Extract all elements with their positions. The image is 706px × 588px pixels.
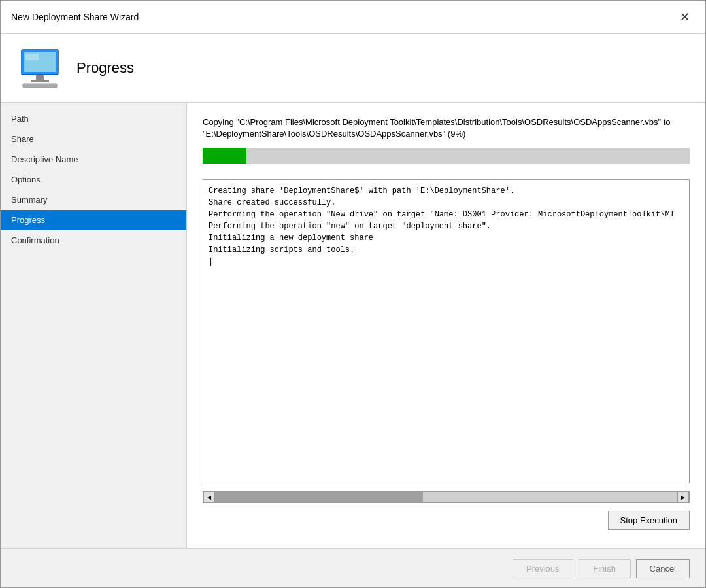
header-section: Progress: [1, 34, 705, 103]
sidebar-item-progress[interactable]: Progress: [1, 210, 186, 230]
wizard-window: New Deployment Share Wizard ✕ Progress P…: [0, 0, 706, 588]
title-bar: New Deployment Share Wizard ✕: [1, 1, 705, 34]
sidebar-item-path[interactable]: Path: [1, 109, 186, 129]
svg-rect-4: [23, 84, 57, 88]
progress-bar-container: [203, 148, 690, 164]
log-line: Performing the operation "New drive" on …: [209, 209, 684, 220]
log-line: Initializing scripts and tools.: [209, 244, 684, 256]
svg-rect-3: [31, 80, 49, 82]
scroll-left-arrow[interactable]: ◄: [203, 491, 215, 503]
close-button[interactable]: ✕: [675, 9, 695, 26]
log-line: Share created successfully.: [209, 197, 684, 209]
header-title: Progress: [76, 60, 134, 77]
previous-button[interactable]: Previous: [513, 559, 573, 578]
svg-rect-2: [36, 75, 44, 80]
sidebar-item-summary[interactable]: Summary: [1, 190, 186, 210]
computer-icon: [16, 44, 63, 92]
finish-button[interactable]: Finish: [579, 559, 631, 578]
content-area: Path Share Descriptive Name Options Summ…: [1, 103, 705, 548]
log-line: Performing the operation "new" on target…: [209, 220, 684, 232]
window-title: New Deployment Share Wizard: [11, 12, 139, 22]
log-box[interactable]: Creating share 'DeploymentShare$' with p…: [203, 179, 690, 483]
log-cursor: |: [209, 256, 684, 268]
svg-rect-5: [25, 54, 39, 60]
log-line: Creating share 'DeploymentShare$' with p…: [209, 185, 684, 197]
cancel-button[interactable]: Cancel: [636, 559, 690, 578]
scroll-right-arrow[interactable]: ►: [677, 491, 689, 503]
log-scrollbar[interactable]: ◄ ►: [203, 491, 690, 503]
status-text: Copying "C:\Program Files\Microsoft Depl…: [203, 116, 690, 140]
stop-execution-button[interactable]: Stop Execution: [608, 511, 690, 530]
scroll-track[interactable]: [215, 492, 677, 502]
sidebar-item-share[interactable]: Share: [1, 129, 186, 149]
stop-btn-row: Stop Execution: [203, 511, 690, 530]
footer-bar: Previous Finish Cancel: [1, 548, 705, 587]
sidebar: Path Share Descriptive Name Options Summ…: [1, 103, 187, 548]
log-line: Initializing a new deployment share: [209, 232, 684, 244]
scroll-thumb[interactable]: [215, 492, 423, 502]
sidebar-item-descriptive-name[interactable]: Descriptive Name: [1, 149, 186, 169]
log-content: Creating share 'DeploymentShare$' with p…: [209, 185, 684, 268]
progress-bar-fill: [203, 148, 246, 164]
sidebar-item-options[interactable]: Options: [1, 169, 186, 190]
sidebar-item-confirmation[interactable]: Confirmation: [1, 230, 186, 251]
main-content: Copying "C:\Program Files\Microsoft Depl…: [187, 103, 705, 548]
